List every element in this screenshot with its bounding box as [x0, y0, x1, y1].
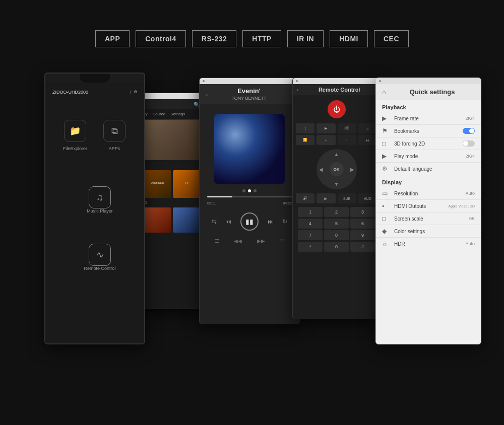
phone-menu-apps[interactable]: ⧉ APPs	[95, 112, 134, 159]
quick-settings-header: ⌂ Quick settings	[376, 84, 481, 100]
badge-control4: Control4	[136, 30, 186, 47]
remote-num-3[interactable]: 3	[350, 207, 375, 217]
remote-num-7[interactable]: 7	[298, 230, 323, 240]
quick-settings-screen: ⌂ Quick settings Playback ▶ Frame rate 2…	[375, 78, 481, 344]
remote-num-4[interactable]: 4	[298, 219, 323, 229]
music-progress-fill	[207, 196, 232, 197]
remote-row-1: 〈 ▶ ⌫ ⌂	[296, 123, 377, 133]
music-dot-2	[248, 189, 251, 192]
quick-item-playmode[interactable]: ▶ Play mode 2K/4	[376, 150, 481, 163]
badge-app: APP	[95, 30, 130, 47]
remote-num-1[interactable]: 1	[298, 207, 323, 217]
poster-nav-settings[interactable]: Settings	[170, 112, 185, 117]
language-label: Default language	[394, 166, 471, 172]
quick-item-bookmarks[interactable]: ⚑ Bookmarks	[376, 125, 481, 137]
quick-item-resolution[interactable]: ▭ Resolution Auto	[376, 187, 481, 200]
music-pause-icon: ▮▮	[245, 218, 254, 226]
music-progress-area: 00:11 04:22	[200, 196, 299, 205]
quick-item-framerate[interactable]: ▶ Frame rate 2K/4	[376, 112, 481, 125]
music-list-icon[interactable]: ☰	[215, 238, 219, 244]
apps-label: APPs	[109, 146, 120, 151]
bookmarks-icon: ⚑	[382, 127, 390, 134]
poster-deathrace[interactable]: Death Race	[144, 170, 171, 198]
poster-nav-source[interactable]: Source	[153, 112, 165, 117]
music-prev-icon[interactable]: ⏮	[225, 218, 231, 225]
remote-ok-button[interactable]: OK	[330, 162, 344, 176]
remote-num-star[interactable]: *	[298, 242, 323, 252]
remote-btn-2[interactable]: ▶	[317, 123, 335, 133]
resolution-icon: ▭	[382, 190, 390, 197]
music-artist: TONY BENNETT	[231, 96, 266, 101]
remote-btn-audio[interactable]: AUD	[358, 193, 377, 203]
badge-cec: CEC	[374, 30, 409, 47]
music-extra-controls: ☰ ◀◀ ▶▶ ♡	[200, 236, 299, 246]
music-controls: ⇆ ⏮ ▮▮ ⏭ ↻	[200, 207, 299, 236]
quick-item-hdr[interactable]: ☼ HDR Auto	[376, 238, 481, 250]
music-page-dots	[200, 189, 299, 192]
poster-recent-2[interactable]	[144, 207, 171, 233]
poster-f1[interactable]: F1	[173, 170, 201, 198]
wifi-icon: 〈	[130, 90, 132, 95]
music-header: ⌄ Evenin' TONY BENNETT ⋮	[200, 84, 299, 104]
bookmarks-label: Bookmarks	[394, 128, 459, 134]
remote-num-hash[interactable]: #	[350, 242, 375, 252]
quick-item-screenscale[interactable]: □ Screen scale 0K	[376, 212, 481, 225]
music-heart-icon[interactable]: ♡	[280, 238, 284, 244]
language-icon: ⚙	[382, 165, 390, 172]
settings-icon: ⚙	[134, 90, 137, 95]
quick-item-language[interactable]: ⚙ Default language	[376, 163, 481, 175]
bookmarks-toggle[interactable]	[463, 128, 475, 134]
remote-btn-sub[interactable]: SUB	[338, 193, 356, 203]
badge-http: HTTP	[242, 30, 281, 47]
quick-item-hdmi[interactable]: ▪ HDMI Outputs Apple Video / 2D	[376, 200, 481, 212]
remote-num-5[interactable]: 5	[324, 219, 349, 229]
music-play-button[interactable]: ▮▮	[240, 212, 259, 231]
remote-btn-3[interactable]: ⌫	[338, 123, 356, 133]
remote-btn-vol[interactable]: 🔊	[296, 193, 314, 203]
remote-number-grid: 1 2 3 4 5 6 7 8 9 * 0 #	[293, 205, 380, 254]
music-skip-fwd-icon[interactable]: ▶▶	[257, 238, 265, 244]
remote-back-icon[interactable]: ‹	[297, 87, 298, 93]
music-player-screen: ⌄ Evenin' TONY BENNETT ⋮ 𝄞 00:11 04:2	[199, 78, 300, 324]
framerate-value: 2K/4	[465, 116, 475, 121]
remote-num-9[interactable]: 9	[350, 230, 375, 240]
remote-btn-4[interactable]: ⌂	[358, 123, 377, 133]
remote-up-arrow: ▲	[334, 152, 339, 157]
quick-status-bar	[376, 78, 481, 84]
remote-btn-7[interactable]: -	[338, 135, 356, 145]
phone-menu-remote[interactable]: ∿ Remote Control	[55, 236, 144, 279]
remote-down-arrow: ▼	[334, 181, 339, 187]
remote-num-0[interactable]: 0	[324, 242, 349, 252]
hdr-value: Auto	[465, 241, 475, 246]
music-next-icon[interactable]: ⏭	[268, 218, 274, 225]
music-progress-bar[interactable]	[207, 196, 292, 197]
playmode-value: 2K/4	[465, 154, 475, 159]
remote-num-2[interactable]: 2	[324, 207, 349, 217]
remote-right-arrow: ▶	[350, 167, 354, 172]
quick-item-3d[interactable]: □ 3D forcing 2D	[376, 137, 481, 150]
remote-dpad[interactable]: ▲ ▼ ◀ ▶ OK	[317, 149, 357, 189]
remote-num-8[interactable]: 8	[324, 230, 349, 240]
screenscale-label: Screen scale	[394, 216, 465, 222]
remote-num-6[interactable]: 6	[350, 219, 375, 229]
quick-item-color[interactable]: ◆ Color settings	[376, 225, 481, 238]
phone-menu: 📁 FileExplorer ⧉ APPs	[45, 112, 144, 159]
music-shuffle-icon[interactable]: ⇆	[212, 218, 217, 225]
quick-home-icon[interactable]: ⌂	[382, 89, 386, 96]
poster-recent-3[interactable]	[173, 207, 201, 233]
file-explorer-label: FileExplorer	[63, 146, 87, 151]
music-chevron-down-icon[interactable]: ⌄	[205, 91, 209, 97]
remote-btn-mute[interactable]: 🔈	[317, 193, 335, 203]
music-skip-back-icon[interactable]: ◀◀	[234, 238, 242, 244]
remote-btn-1[interactable]: 〈	[296, 123, 314, 133]
phone-menu-music[interactable]: ♫ Music Player	[55, 178, 144, 222]
remote-btn-8[interactable]: ⏯	[358, 135, 377, 145]
remote-power-button[interactable]: ⏻	[328, 100, 346, 118]
quick-playback-section: Playback	[376, 100, 481, 112]
phone-menu-file-explorer[interactable]: 📁 FileExplorer	[55, 112, 95, 159]
3d-toggle[interactable]	[463, 140, 475, 147]
music-repeat-icon[interactable]: ↻	[282, 218, 287, 225]
remote-row-2: ⏬ + - ⏯	[296, 135, 377, 145]
remote-btn-6[interactable]: +	[317, 135, 335, 145]
remote-btn-5[interactable]: ⏬	[296, 135, 314, 145]
